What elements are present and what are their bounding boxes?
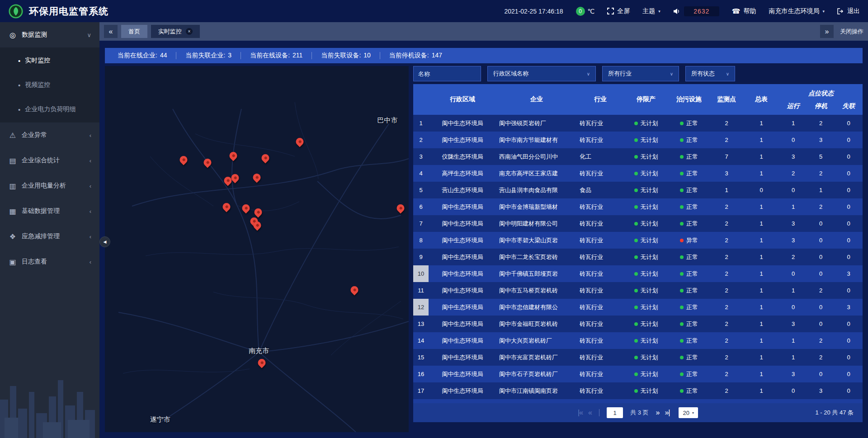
- name-search-input[interactable]: [413, 66, 481, 81]
- first-page-button[interactable]: |«: [578, 409, 583, 417]
- table-row[interactable]: 10阆中生态环境局阆中千佛镇五郎垭页岩砖瓦行业无计划正常21003: [413, 265, 863, 282]
- table-row[interactable]: 6阆中生态环境局阆中市金博瑞新型墙材砖瓦行业无计划正常21120: [413, 198, 863, 215]
- close-operations-button[interactable]: 关闭操作: [840, 28, 863, 36]
- map-panel[interactable]: ◀ 巴中市南充市遂宁市: [105, 66, 409, 432]
- facility-status-text: 正常: [686, 220, 698, 227]
- table-row[interactable]: 9阆中生态环境局阆中市二龙长宝页岩砖砖瓦行业无计划正常21200: [413, 249, 863, 265]
- tab-home[interactable]: 首页: [121, 25, 147, 38]
- sidebar-group-header[interactable]: ▣日志查看‹: [0, 249, 99, 274]
- table-row[interactable]: 14阆中生态环境局阆中大兴页岩机砖厂砖瓦行业无计划正常21120: [413, 332, 863, 349]
- row-index: 13: [413, 316, 429, 332]
- chevron-collapsed-icon: ‹: [90, 259, 91, 265]
- page-size-select[interactable]: 20 ▾: [679, 407, 698, 418]
- table-row[interactable]: 1阆中生态环境局阆中强锐页岩砖厂砖瓦行业无计划正常21120: [413, 115, 863, 132]
- status-dot-green: [680, 356, 684, 359]
- limit-text: 无计划: [641, 287, 658, 294]
- cell-lost: 0: [835, 254, 863, 260]
- sidebar-group-header[interactable]: ▥企业用电量分析‹: [0, 173, 99, 198]
- page-number-input[interactable]: 1: [607, 407, 623, 418]
- table-row[interactable]: 15阆中生态环境局阆中市光富页岩机砖厂砖瓦行业无计划正常21120: [413, 349, 863, 366]
- sidebar-group-header[interactable]: ▦基础数据管理‹: [0, 198, 99, 224]
- chart-icon: ▥: [8, 182, 17, 190]
- status-select[interactable]: 所有状态 ∨: [685, 66, 735, 81]
- cell-facility: 正常: [668, 119, 710, 127]
- table-row[interactable]: 17阆中生态环境局阆中市江南镇阆南页岩砖瓦行业无计划正常21030: [413, 382, 863, 399]
- sidebar-group: ◎数据监测∨•实时监控•视频监控•企业电力负荷明细: [0, 22, 99, 122]
- cell-meter: 1: [743, 387, 779, 394]
- cell-stop: 0: [807, 270, 835, 277]
- stats-bar: 当前在线企业:44当前失联企业:3当前在线设备:211当前失联设备:10当前停机…: [105, 48, 863, 63]
- prev-page-button[interactable]: «: [588, 409, 592, 417]
- sidebar-group: ⚠企业异常‹: [0, 122, 99, 148]
- cell-meter: 0: [743, 187, 779, 193]
- cell-points: 2: [710, 287, 743, 294]
- sidebar-group-label: 日志查看: [22, 258, 47, 266]
- sidebar-group-label: 基础数据管理: [22, 207, 60, 215]
- status-dot-green: [680, 122, 684, 125]
- table-row[interactable]: 5营山生态环境局营山县润丰肉食品有限食品无计划正常10010: [413, 182, 863, 198]
- status-select-value: 所有状态: [691, 70, 715, 78]
- sidebar-item[interactable]: •实时监控: [0, 48, 99, 73]
- cell-stop: 2: [807, 354, 835, 361]
- tabs-scroll-right-button[interactable]: »: [820, 25, 834, 38]
- table-row[interactable]: 18南部生态环境局南部县瑞华页岩砖有限公砖瓦行业无计划正常21030: [413, 399, 863, 403]
- cell-industry: 砖瓦行业: [577, 220, 624, 228]
- table-row[interactable]: 12阆中生态环境局阆中市忠信建材有限公砖瓦行业无计划正常21003: [413, 299, 863, 316]
- status-dot-green: [680, 188, 684, 192]
- help-button[interactable]: ☎ 帮助: [732, 7, 756, 15]
- fullscreen-button[interactable]: 全屏: [607, 7, 630, 15]
- cell-company: 阆中市南方节能建材有: [496, 136, 577, 144]
- cell-points: 2: [710, 137, 743, 143]
- org-dropdown[interactable]: 南充市生态环境局 ▾: [769, 7, 825, 15]
- announcement-marquee[interactable]: 2632: [673, 6, 719, 16]
- cell-company: 阆中市枣碧大梁山页岩: [496, 236, 577, 245]
- cell-industry: 砖瓦行业: [577, 370, 624, 378]
- cell-region: 阆中生态环境局: [429, 136, 496, 144]
- cell-points: 2: [710, 387, 743, 394]
- sidebar-item-label: 企业电力负荷明细: [25, 105, 75, 113]
- table-row[interactable]: 4高坪生态环境局南充市高坪区王家店建砖瓦行业无计划正常31220: [413, 165, 863, 182]
- stat-label: 当前在线设备:: [250, 52, 290, 59]
- sidebar-item[interactable]: •视频监控: [0, 73, 99, 97]
- tabs-scroll-left-button[interactable]: «: [104, 25, 118, 38]
- status-dot-green: [634, 322, 638, 326]
- cell-facility: 正常: [668, 186, 710, 194]
- cell-run: 0: [779, 387, 807, 394]
- map-collapse-button[interactable]: ◀: [99, 236, 110, 247]
- facility-status-text: 正常: [686, 170, 698, 177]
- table-row[interactable]: 2阆中生态环境局阆中市南方节能建材有砖瓦行业无计划正常21030: [413, 132, 863, 148]
- theme-dropdown[interactable]: 主题 ▾: [642, 7, 660, 15]
- row-index: 2: [413, 132, 429, 148]
- sidebar-item[interactable]: •企业电力负荷明细: [0, 97, 99, 122]
- database-icon: ▦: [8, 207, 17, 216]
- sidebar-group-header[interactable]: ❖应急减排管理‹: [0, 224, 99, 249]
- cell-region: 阆中生态环境局: [429, 203, 496, 211]
- industry-select[interactable]: 所有行业 ∨: [602, 66, 679, 81]
- region-select[interactable]: 行政区域名称 ∨: [487, 66, 596, 81]
- cell-company: 阆中市江南镇阆南页岩: [496, 387, 577, 395]
- table-row[interactable]: 11阆中生态环境局阆中市五马桥页岩机砖砖瓦行业无计划正常21120: [413, 282, 863, 299]
- table-row[interactable]: 16阆中生态环境局阆中市石子页岩机砖厂砖瓦行业无计划正常21300: [413, 366, 863, 382]
- sidebar-group-header[interactable]: ⚠企业异常‹: [0, 122, 99, 148]
- cell-region: 阆中生态环境局: [429, 370, 496, 378]
- tab-realtime-monitor[interactable]: 实时监控 ×: [151, 25, 200, 38]
- cell-lost: 0: [835, 120, 863, 127]
- logout-button[interactable]: 退出: [837, 7, 860, 15]
- cell-run: 1: [779, 287, 807, 294]
- alert-count: 2632: [693, 8, 709, 15]
- sidebar-group-header[interactable]: ◎数据监测∨: [0, 22, 99, 47]
- sidebar-group-header[interactable]: ▤企业综合统计‹: [0, 148, 99, 173]
- cell-lost: 0: [835, 220, 863, 227]
- next-page-button[interactable]: »: [656, 409, 659, 417]
- facility-status-text: 正常: [686, 387, 698, 394]
- cell-facility: 正常: [668, 253, 710, 261]
- status-dot-green: [680, 255, 684, 259]
- table-row[interactable]: 8阆中生态环境局阆中市枣碧大梁山页岩砖瓦行业无计划异常21300: [413, 232, 863, 249]
- last-page-button[interactable]: »|: [665, 409, 670, 417]
- table-row[interactable]: 13阆中生态环境局阆中市金福旺页岩机砖砖瓦行业无计划正常21300: [413, 316, 863, 332]
- row-index: 16: [413, 366, 429, 382]
- table-row[interactable]: 7阆中生态环境局阆中明阳建材有限公司砖瓦行业无计划正常21300: [413, 215, 863, 232]
- facility-status-text: 正常: [686, 203, 698, 210]
- table-row[interactable]: 3仪陇生态环境局西南油气田分公司川中化工无计划正常71350: [413, 148, 863, 165]
- tab-close-icon[interactable]: ×: [186, 28, 193, 35]
